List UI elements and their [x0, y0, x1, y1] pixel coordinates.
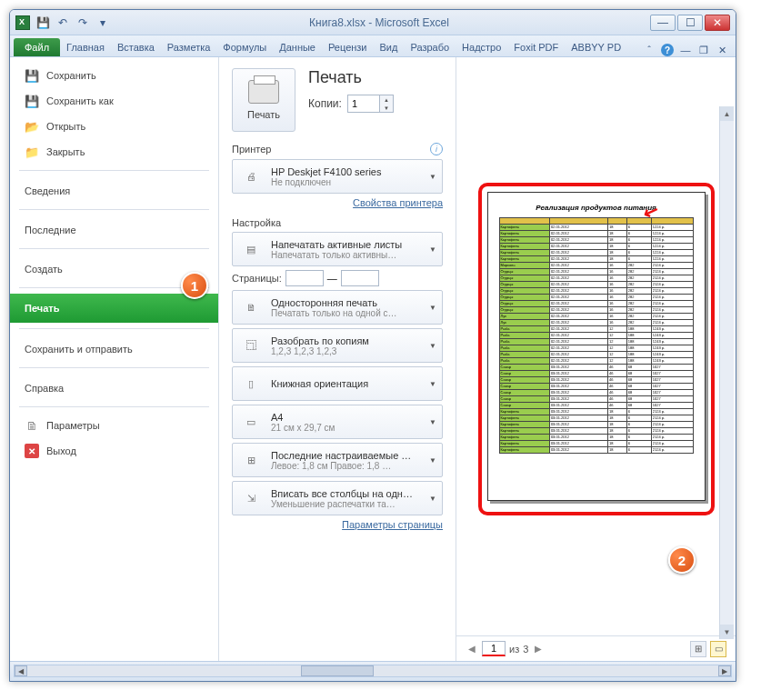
- current-page-input[interactable]: [482, 641, 506, 656]
- page-setup-link[interactable]: Параметры страницы: [342, 519, 443, 530]
- maximize-button[interactable]: ☐: [677, 15, 703, 31]
- margins-selector[interactable]: ⊞ Последние настраиваемые …Левое: 1,8 см…: [232, 443, 443, 477]
- nav-print[interactable]: Печать: [10, 294, 218, 323]
- nav-label: Последние: [25, 225, 76, 235]
- horizontal-scrollbar[interactable]: ◀ ▶: [14, 665, 732, 677]
- copies-spinner[interactable]: ▲▼: [347, 95, 394, 113]
- tab-foxit[interactable]: Foxit PDF: [507, 38, 565, 56]
- scroll-up-icon[interactable]: ▲: [720, 106, 734, 121]
- settings-section-heading: Настройка: [232, 217, 281, 228]
- file-tab[interactable]: Файл: [14, 38, 60, 56]
- nav-exit[interactable]: ✕Выход: [10, 438, 218, 464]
- pages-from-input[interactable]: [285, 270, 324, 286]
- window-title: Книга8.xlsx - Microsoft Excel: [110, 16, 648, 29]
- options-icon: 🗎: [25, 418, 39, 433]
- nav-label: Параметры: [46, 420, 100, 431]
- tab-review[interactable]: Рецензи: [322, 38, 374, 56]
- tab-layout[interactable]: Разметка: [161, 38, 217, 56]
- nav-label: Открыть: [46, 121, 85, 132]
- print-what-selector[interactable]: ▤ Напечатать активные листыНапечатать то…: [232, 232, 443, 266]
- setting-sub: 21 см x 29,7 см: [271, 423, 418, 433]
- spin-down-icon[interactable]: ▼: [380, 104, 393, 112]
- undo-icon[interactable]: ↶: [55, 15, 70, 30]
- zoom-to-page-button[interactable]: ▭: [710, 641, 726, 657]
- ribbon-tabs: Файл Главная Вставка Разметка Формулы Да…: [10, 35, 736, 57]
- save-icon: 💾: [25, 68, 39, 83]
- separator: [19, 170, 209, 171]
- help-icon[interactable]: ?: [661, 44, 674, 56]
- show-margins-button[interactable]: ⊞: [690, 641, 706, 657]
- separator: [19, 328, 209, 329]
- collate-selector[interactable]: ⿹ Разобрать по копиям1,2,3 1,2,3 1,2,3 ▼: [232, 328, 443, 363]
- tab-insert[interactable]: Вставка: [111, 38, 161, 56]
- scaling-selector[interactable]: ⇲ Вписать все столбцы на одн…Уменьшение …: [232, 481, 443, 515]
- workbook-close-icon[interactable]: ✕: [716, 44, 728, 56]
- tab-data[interactable]: Данные: [273, 38, 322, 56]
- paper-size-selector[interactable]: ▭ A421 см x 29,7 см ▼: [232, 405, 443, 439]
- chevron-down-icon: ▼: [426, 456, 436, 465]
- nav-label: Справка: [25, 383, 64, 394]
- separator: [19, 367, 209, 368]
- workbook-restore-icon[interactable]: ❐: [697, 44, 710, 56]
- next-page-button[interactable]: ▶: [532, 643, 545, 655]
- setting-sub: Левое: 1,8 см Правое: 1,8 …: [271, 461, 418, 471]
- pages-label: Страницы:: [232, 273, 282, 284]
- callout-1: 1: [181, 272, 208, 299]
- qat-dropdown-icon[interactable]: ▾: [95, 15, 110, 30]
- prev-page-button[interactable]: ◀: [466, 643, 478, 655]
- tab-addins[interactable]: Надстро: [456, 38, 507, 56]
- redo-icon[interactable]: ↷: [75, 15, 90, 30]
- spin-up-icon[interactable]: ▲: [380, 95, 393, 104]
- print-button[interactable]: Печать: [232, 68, 295, 132]
- printer-properties-link[interactable]: Свойства принтера: [353, 197, 443, 208]
- tab-view[interactable]: Вид: [374, 38, 405, 56]
- nav-save-as[interactable]: 💾Сохранить как: [10, 88, 218, 114]
- setting-sub: 1,2,3 1,2,3 1,2,3: [271, 346, 418, 356]
- status-bar: ◀ ▶: [10, 661, 736, 681]
- setting-title: Напечатать активные листы: [271, 239, 418, 250]
- nav-recent[interactable]: Последние: [10, 215, 218, 243]
- nav-share[interactable]: Сохранить и отправить: [10, 335, 218, 362]
- printer-info-icon[interactable]: i: [430, 143, 443, 155]
- vertical-scrollbar[interactable]: ▲ ▼: [719, 106, 734, 639]
- workbook-minimize-icon[interactable]: —: [679, 44, 692, 56]
- scroll-left-icon[interactable]: ◀: [15, 665, 27, 676]
- tab-home[interactable]: Главная: [60, 38, 111, 56]
- close-button[interactable]: ✕: [705, 15, 730, 31]
- setting-title: Разобрать по копиям: [271, 335, 418, 346]
- orientation-selector[interactable]: ▯ Книжная ориентация ▼: [232, 366, 443, 401]
- nav-close[interactable]: 📁Закрыть: [10, 139, 218, 165]
- setting-sub: Напечатать только активны…: [271, 250, 418, 260]
- copies-input[interactable]: [348, 95, 379, 112]
- save-icon[interactable]: 💾: [35, 15, 50, 30]
- setting-title: Односторонняя печать: [271, 297, 418, 308]
- preview-highlight: ↙ Реализация продуктов питания Картофель…: [478, 183, 715, 515]
- nav-label: Печать: [25, 303, 59, 314]
- page-total: 3: [523, 644, 528, 655]
- printer-device-icon: 🖨: [238, 164, 264, 189]
- scroll-right-icon[interactable]: ▶: [718, 665, 731, 676]
- print-heading: Печать: [308, 68, 443, 87]
- margins-icon: ⊞: [238, 447, 264, 473]
- nav-help[interactable]: Справка: [10, 374, 218, 401]
- tab-formulas[interactable]: Формулы: [216, 38, 273, 56]
- nav-label: Сохранить: [46, 70, 96, 81]
- minimize-button[interactable]: —: [650, 15, 676, 31]
- nav-open[interactable]: 📂Открыть: [10, 114, 218, 139]
- tab-developer[interactable]: Разрабо: [404, 38, 456, 56]
- nav-options[interactable]: 🗎Параметры: [10, 413, 218, 438]
- portrait-icon: ▯: [238, 371, 264, 396]
- scroll-thumb[interactable]: [301, 665, 374, 676]
- exit-icon: ✕: [25, 444, 39, 458]
- nav-save[interactable]: 💾Сохранить: [10, 63, 218, 88]
- minimize-ribbon-icon[interactable]: ˆ: [643, 44, 656, 56]
- scroll-down-icon[interactable]: ▼: [720, 625, 734, 639]
- separator: [19, 406, 209, 407]
- printer-status: Не подключен: [271, 177, 418, 187]
- nav-info[interactable]: Сведения: [10, 176, 218, 204]
- duplex-selector[interactable]: 🗎 Односторонняя печатьПечатать только на…: [232, 290, 443, 325]
- pages-to-input[interactable]: [341, 270, 379, 286]
- printer-selector[interactable]: 🖨 HP Deskjet F4100 seriesНе подключен ▼: [232, 159, 443, 194]
- preview-footer: ◀ из 3 ▶ ⊞ ▭: [456, 635, 736, 661]
- tab-abbyy[interactable]: ABBYY PD: [565, 38, 627, 56]
